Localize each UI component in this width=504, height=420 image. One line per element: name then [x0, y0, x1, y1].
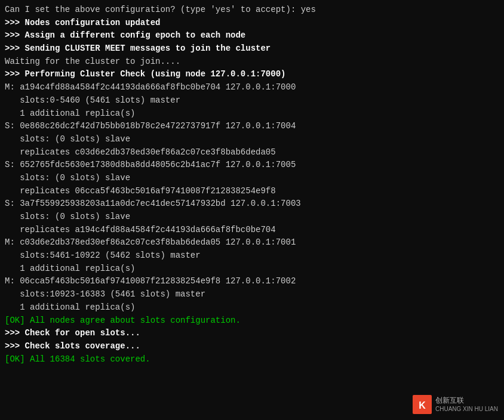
terminal-line-line3: >>> Assign a different config epoch to e… [5, 29, 499, 42]
terminal-line-line6: >>> Performing Cluster Check (using node… [5, 68, 499, 81]
terminal-line-line24: 1 additional replica(s) [5, 301, 499, 314]
watermark: K 创新互联 CHUANG XIN HU LIAN [413, 395, 498, 414]
logo-icon: K [414, 396, 431, 413]
watermark-logo: K [413, 395, 432, 414]
watermark-text-block: 创新互联 CHUANG XIN HU LIAN [435, 396, 498, 413]
terminal-line-line8: slots:0-5460 (5461 slots) master [5, 94, 499, 107]
terminal-line-line13: S: 652765fdc5630e17380d8ba8dd48056c2b41a… [5, 159, 499, 172]
terminal-line-line2: >>> Nodes configuration updated [5, 17, 499, 30]
terminal-line-line9: 1 additional replica(s) [5, 107, 499, 121]
terminal-line-line15: replicates 06cca5f463bc5016af97410087f21… [5, 185, 499, 198]
terminal-line-line28: [OK] All 16384 slots covered. [5, 353, 499, 366]
terminal-window: Can I set the above configuration? (type… [0, 0, 504, 420]
terminal-line-line20: slots:5461-10922 (5462 slots) master [5, 249, 499, 262]
terminal-line-line5: Waiting for the cluster to join.... [5, 55, 499, 69]
terminal-line-line21: 1 additional replica(s) [5, 262, 499, 276]
terminal-line-line14: slots: (0 slots) slave [5, 172, 499, 185]
svg-text:K: K [419, 400, 426, 410]
terminal-line-line17: slots: (0 slots) slave [5, 211, 499, 224]
terminal-line-line16: S: 3a7f559925938203a11a0dc7ec41dec571479… [5, 197, 499, 211]
terminal-line-line26: >>> Check for open slots... [5, 327, 499, 340]
terminal-line-line22: M: 06cca5f463bc5016af97410087f212838254e… [5, 275, 499, 288]
terminal-line-line7: M: a194c4fd88a4584f2c44193da666af8fbc0be… [5, 81, 499, 94]
terminal-line-line23: slots:10923-16383 (5461 slots) master [5, 288, 499, 301]
terminal-line-line27: >>> Check slots coverage... [5, 340, 499, 353]
watermark-chinese: 创新互联 [435, 396, 498, 406]
terminal-line-line4: >>> Sending CLUSTER MEET messages to joi… [5, 42, 499, 55]
watermark-pinyin: CHUANG XIN HU LIAN [435, 405, 498, 413]
terminal-line-line10: S: 0e868c26dc2f42d7b5bb018b78c2e47227379… [5, 120, 499, 133]
terminal-line-line19: M: c03d6e2db378ed30ef86a2c07ce3f8bab6ded… [5, 236, 499, 249]
terminal-line-line18: replicates a194c4fd88a4584f2c44193da666a… [5, 224, 499, 237]
terminal-line-line11: slots: (0 slots) slave [5, 133, 499, 146]
terminal-line-line12: replicates c03d6e2db378ed30ef86a2c07ce3f… [5, 146, 499, 159]
terminal-line-line25: [OK] All nodes agree about slots configu… [5, 314, 499, 328]
terminal-line-line1: Can I set the above configuration? (type… [5, 4, 499, 17]
terminal-output: Can I set the above configuration? (type… [5, 4, 499, 366]
